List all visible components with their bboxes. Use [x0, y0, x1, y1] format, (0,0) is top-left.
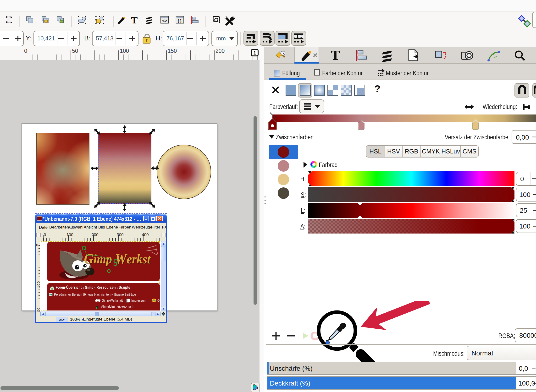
svg-text:T: T — [331, 47, 340, 63]
svg-text:T: T — [131, 15, 138, 26]
svg-text:{ }: { } — [177, 18, 182, 23]
svg-text:<>: <> — [162, 18, 167, 23]
